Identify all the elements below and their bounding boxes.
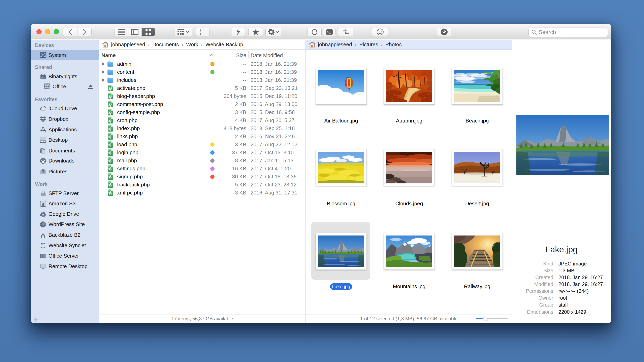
svg-text:a: a — [42, 202, 44, 206]
